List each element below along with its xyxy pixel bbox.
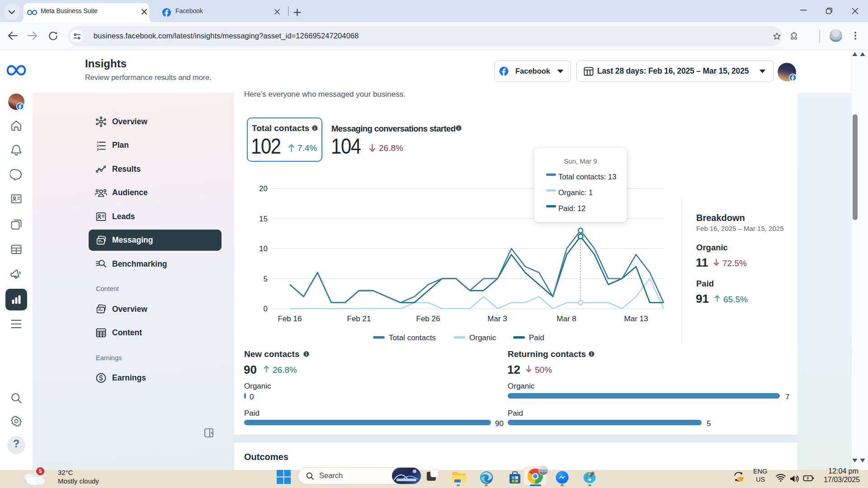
svg-text:15: 15 [259,215,268,223]
svg-text:5: 5 [264,275,268,283]
svg-text:10: 10 [259,244,268,253]
svg-text:Paid: Paid [529,333,544,342]
svg-text:Mar 13: Mar 13 [624,314,648,323]
svg-text:Feb 26: Feb 26 [416,314,440,323]
svg-text:3: 3 [97,147,99,151]
svg-text:0: 0 [264,305,268,313]
svg-text:Total contacts: Total contacts [389,333,436,342]
svg-text:Organic: Organic [469,333,496,342]
svg-text:20: 20 [259,184,268,193]
svg-text:Mar 3: Mar 3 [487,314,507,323]
svg-text:Mar 8: Mar 8 [557,314,576,323]
svg-text:Feb 21: Feb 21 [347,314,371,323]
svg-text:Feb 16: Feb 16 [278,314,302,323]
